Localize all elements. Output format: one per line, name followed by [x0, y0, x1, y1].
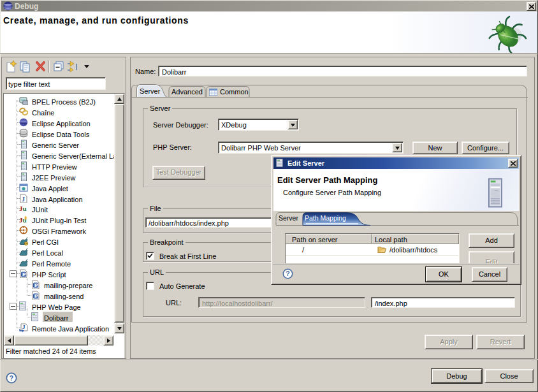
svg-text:?: ?	[286, 270, 289, 277]
svg-text:?: ?	[10, 374, 14, 382]
